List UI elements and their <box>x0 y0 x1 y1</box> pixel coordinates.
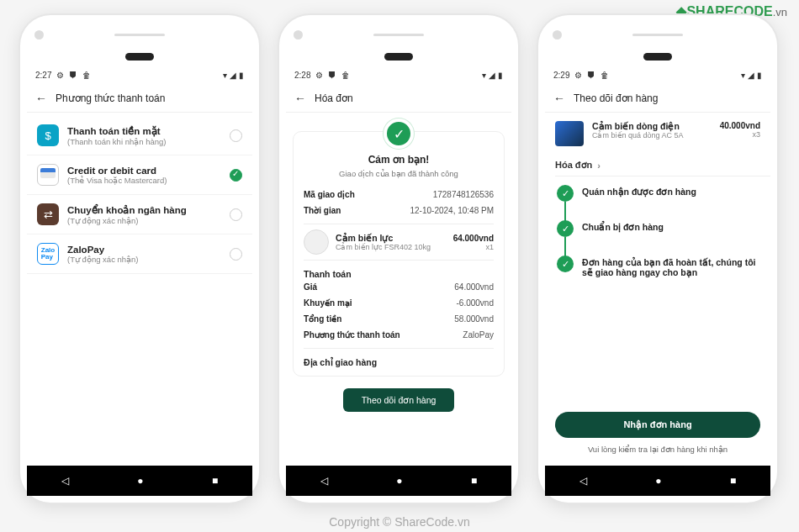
thank-you-subtitle: Giao dịch của bạn đã thành công <box>339 169 458 178</box>
radio-checked[interactable] <box>230 169 242 182</box>
trash-icon: 🗑 <box>341 71 350 80</box>
pm-subtitle: (Tự động xác nhận) <box>67 255 221 264</box>
step-text: Chuẩn bị đơn hàng <box>582 220 664 237</box>
product-subtitle: Cảm biến lực FSR402 10kg <box>336 243 447 251</box>
time-label: Thời gian <box>304 206 341 215</box>
gear-icon: ⚙ <box>574 71 582 80</box>
payment-method-list: $ Thanh toán tiền mặt(Thanh toán khi nhậ… <box>27 113 252 466</box>
product-image <box>555 121 584 146</box>
row-value: 58.000vnd <box>454 314 494 324</box>
timeline-step: ✓ Quán nhận được đơn hàng <box>557 185 759 220</box>
pm-subtitle: (Thẻ Visa hoặc Mastercard) <box>67 176 221 185</box>
android-nav: ◁ ● ■ <box>545 466 770 496</box>
gear-icon: ⚙ <box>315 71 323 80</box>
radio-unchecked[interactable] <box>230 129 242 142</box>
payment-method-cash[interactable]: $ Thanh toán tiền mặt(Thanh toán khi nhậ… <box>27 116 252 155</box>
phone-payment-method: 2:27⚙⛊🗑 ▾◢▮ ← Phương thức thanh toán $ T… <box>20 15 259 503</box>
nav-home-icon[interactable]: ● <box>137 475 143 487</box>
payment-method-zalopay[interactable]: ZaloPay ZaloPay(Tự động xác nhận) <box>27 234 252 274</box>
tracking-footer: Nhận đơn hàng Vui lòng kiểm tra lại đơn … <box>545 403 770 466</box>
pm-subtitle: (Thanh toán khi nhận hàng) <box>67 137 221 146</box>
txid-value: 1728748126536 <box>433 190 494 199</box>
wifi-icon: ▾ <box>741 71 745 80</box>
android-nav: ◁ ● ■ <box>286 466 511 496</box>
cash-icon: $ <box>37 124 59 146</box>
nav-home-icon[interactable]: ● <box>655 475 661 487</box>
chevron-right-icon: › <box>597 161 601 171</box>
nav-home-icon[interactable]: ● <box>396 475 402 487</box>
timeline-step: ✓ Chuẩn bị đơn hàng <box>557 220 759 255</box>
check-dot-icon: ✓ <box>557 185 574 202</box>
product-price: 64.000vnd <box>453 234 494 243</box>
status-bar: 2:29⚙⛊🗑 ▾◢▮ <box>545 66 770 84</box>
shield-icon: ⛊ <box>328 71 336 80</box>
row-value: 64.000vnd <box>454 282 494 292</box>
nav-recent-icon[interactable]: ■ <box>471 475 477 487</box>
clock: 2:29 <box>553 71 569 80</box>
payment-method-bank[interactable]: ⇄ Chuyển khoản ngân hàng(Tự động xác nhậ… <box>27 195 252 234</box>
receive-note: Vui lòng kiểm tra lại đơn hàng khi nhận <box>555 445 760 454</box>
android-nav: ◁ ● ■ <box>27 466 252 496</box>
product-row: Cảm biến dòng điện Cảm biến quá dòng AC … <box>545 113 770 155</box>
product-title: Cảm biến lực <box>336 233 447 243</box>
nav-recent-icon[interactable]: ■ <box>212 475 218 487</box>
nav-back-icon[interactable]: ◁ <box>61 475 69 487</box>
row-label: Giá <box>304 282 317 292</box>
clock: 2:27 <box>35 71 51 80</box>
trash-icon: 🗑 <box>82 71 91 80</box>
pm-title: Thanh toán tiền mặt <box>67 125 221 137</box>
product-row: Cảm biến lực Cảm biến lực FSR402 10kg 64… <box>304 229 494 255</box>
pm-subtitle: (Tự động xác nhận) <box>67 216 221 225</box>
appbar-title: Hóa đơn <box>315 92 353 104</box>
nav-back-icon[interactable]: ◁ <box>579 475 587 487</box>
signal-icon: ◢ <box>748 71 754 80</box>
product-qty: x3 <box>720 130 760 139</box>
back-icon[interactable]: ← <box>35 92 47 105</box>
back-icon[interactable]: ← <box>294 92 306 105</box>
invoice-link-label: Hóa đơn <box>555 160 592 171</box>
pm-title: ZaloPay <box>67 245 221 255</box>
battery-icon: ▮ <box>498 71 503 80</box>
thank-you-title: Cám ơn bạn! <box>368 154 430 166</box>
product-qty: x1 <box>453 243 494 251</box>
row-value: -6.000vnd <box>457 298 494 308</box>
nav-back-icon[interactable]: ◁ <box>320 475 328 487</box>
zalopay-icon: ZaloPay <box>37 243 59 265</box>
phone-invoice: 2:28⚙⛊🗑 ▾◢▮ ← Hóa đơn ✓ Cám ơn bạn! Giao… <box>279 15 518 503</box>
pm-title: Credit or debit card <box>67 166 221 176</box>
invoice-link[interactable]: Hóa đơn › <box>545 155 770 176</box>
success-check-icon: ✓ <box>384 119 414 149</box>
row-label: Tổng tiền <box>304 314 341 324</box>
pm-title: Chuyển khoản ngân hàng <box>67 204 221 216</box>
radio-unchecked[interactable] <box>230 248 242 261</box>
track-order-button[interactable]: Theo dõi đơn hàng <box>343 388 455 412</box>
check-dot-icon: ✓ <box>557 255 574 272</box>
gear-icon: ⚙ <box>56 71 64 80</box>
signal-icon: ◢ <box>230 71 236 80</box>
row-label: Phương thức thanh toán <box>304 330 400 340</box>
row-label: Khuyến mại <box>304 298 352 308</box>
signal-icon: ◢ <box>489 71 495 80</box>
product-subtitle: Cảm biến quá dòng AC 5A <box>592 131 712 140</box>
wifi-icon: ▾ <box>482 71 486 80</box>
check-dot-icon: ✓ <box>557 220 574 237</box>
wifi-icon: ▾ <box>223 71 227 80</box>
product-image <box>304 229 329 255</box>
phone-order-tracking: 2:29⚙⛊🗑 ▾◢▮ ← Theo dõi đơn hàng Cảm biến… <box>538 15 777 503</box>
product-title: Cảm biến dòng điện <box>592 121 712 131</box>
status-bar: 2:27⚙⛊🗑 ▾◢▮ <box>27 66 252 84</box>
time-value: 12-10-2024, 10:48 PM <box>410 206 494 215</box>
timeline-step: ✓ Đơn hàng của bạn đã hoàn tất, chúng tô… <box>557 255 759 296</box>
clock: 2:28 <box>294 71 310 80</box>
txid-label: Mã giao dịch <box>304 190 355 199</box>
nav-recent-icon[interactable]: ■ <box>730 475 736 487</box>
payment-method-card[interactable]: Credit or debit card(Thẻ Visa hoặc Maste… <box>27 155 252 195</box>
tracking-content: Cảm biến dòng điện Cảm biến quá dòng AC … <box>545 113 770 466</box>
radio-unchecked[interactable] <box>230 208 242 221</box>
step-text: Đơn hàng của bạn đã hoàn tất, chúng tôi … <box>582 255 759 277</box>
battery-icon: ▮ <box>757 71 762 80</box>
receive-order-button[interactable]: Nhận đơn hàng <box>555 412 760 438</box>
shield-icon: ⛊ <box>69 71 77 80</box>
back-icon[interactable]: ← <box>553 92 565 105</box>
step-text: Quán nhận được đơn hàng <box>582 185 696 202</box>
